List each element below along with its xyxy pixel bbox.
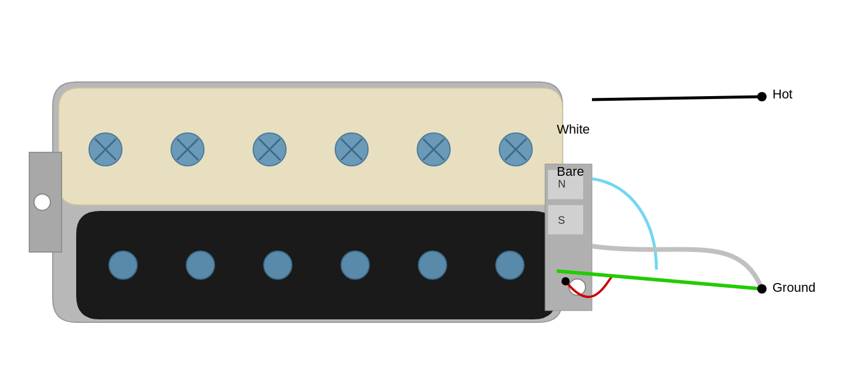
- bare-label: Bare: [557, 164, 584, 179]
- hot-label: Hot: [772, 87, 792, 102]
- white-label: White: [557, 122, 590, 137]
- ground-label: Ground: [772, 280, 815, 295]
